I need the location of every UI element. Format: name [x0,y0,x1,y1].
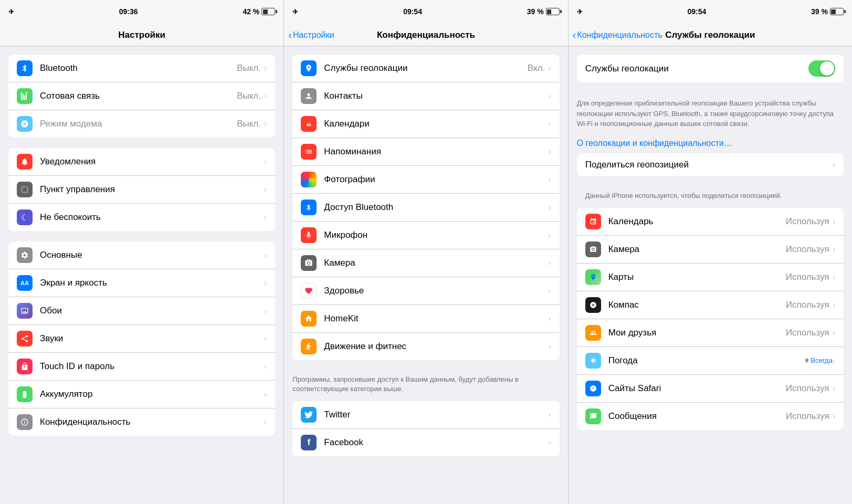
friends-app-icon [585,325,601,341]
tethering-chevron: › [264,119,267,129]
calendar-app-label: Календарь [608,216,786,227]
general-row[interactable]: Основные › [8,242,275,269]
share-location-row[interactable]: Поделиться геопозицией › [577,153,844,176]
wallpaper-icon [17,303,33,319]
airplane-icon-3: ✈ [577,8,583,16]
tethering-row[interactable]: Режим модема Выкл. › [8,110,275,138]
contacts-row[interactable]: Контакты › [292,82,559,110]
camera-app-row[interactable]: Камера Используя › [577,236,844,264]
homekit-row[interactable]: HomeKit › [292,305,559,333]
calendars-row[interactable]: 📅 Календари › [292,110,559,138]
reminders-icon [301,144,317,160]
compass-app-value: Используя [786,300,829,310]
location-row[interactable]: Службы геолокации Вкл. › [292,55,559,82]
safari-app-row[interactable]: Сайты Safari Используя › [577,375,844,403]
tethering-value: Выкл. [237,119,261,129]
calendars-icon: 📅 [301,116,317,132]
notifications-row[interactable]: Уведомления › [8,148,275,176]
location-info-link[interactable]: О геолокации и конфиденциальности… [577,139,732,148]
panel-content-2: Службы геолокации Вкл. › Контакты › [284,46,567,504]
location-apps-wrapper: Календарь Используя › Камера Используя › [569,208,852,449]
cellular-icon [17,88,33,104]
weather-app-row[interactable]: Погода Всегда › [577,347,844,375]
nav-back-2[interactable]: ‹ Настройки [288,29,334,41]
microphone-row[interactable]: Микрофон › [292,222,559,249]
battery-chevron: › [264,390,267,399]
system-group: Основные › AA Экран и яркость › Обои › [8,242,275,436]
location-toggle-row[interactable]: Службы геолокации [577,55,844,82]
motion-chevron: › [548,342,551,351]
sounds-icon [17,331,33,346]
friends-app-row[interactable]: Мои друзья Используя › [577,319,844,347]
cellular-row[interactable]: Сотовая связь Выкл. › [8,82,275,110]
battery-percent-1: 42 % [243,7,259,16]
airplane-icon-2: ✈ [292,8,298,16]
camera-row[interactable]: Камера › [292,249,559,277]
nav-back-3[interactable]: ‹ Конфиденциальность [573,29,662,41]
panel-content-3: Службы геолокации Для определения прибли… [569,46,852,504]
back-chevron-2: ‹ [288,29,292,41]
twitter-icon [301,407,317,423]
bluetooth-sharing-row[interactable]: Доступ Bluetooth › [292,194,559,222]
privacy-row[interactable]: Конфиденциальность › [8,408,275,436]
health-icon [301,283,317,299]
control-center-row[interactable]: Пункт управления › [8,176,275,204]
touchid-label: Touch ID и пароль [40,361,264,372]
wallpaper-chevron: › [264,306,267,316]
battery-icon-2 [546,8,560,15]
calendar-app-value: Используя [786,216,829,227]
nav-bar-1: Настройки [0,23,283,46]
back-label-3: Конфиденциальность [577,30,662,40]
do-not-disturb-row[interactable]: ☾ Не беспокоить › [8,204,275,231]
compass-app-chevron: › [833,300,835,310]
bluetooth-row[interactable]: Bluetooth Выкл. › [8,55,275,82]
location-toggle-switch[interactable] [808,60,835,77]
touchid-row[interactable]: Touch ID и пароль › [8,353,275,381]
do-not-disturb-icon: ☾ [17,209,33,225]
general-chevron: › [264,250,267,260]
battery-row[interactable]: Аккумулятор › [8,381,275,408]
contacts-label: Контакты [324,91,548,101]
calendar-app-row[interactable]: Календарь Используя › [577,208,844,236]
messages-app-chevron: › [833,412,835,421]
location-toggle-group: Службы геолокации [577,55,844,82]
calendars-chevron: › [548,119,551,129]
camera-chevron: › [548,258,551,268]
battery-fill-1 [263,9,268,14]
status-right-3: 39 % [811,7,844,16]
location-apps-group: Календарь Используя › Камера Используя › [577,208,844,430]
status-bars: ✈ 09:36 42 % ✈ 09:54 39 % ✈ 09:54 39 % [0,0,852,23]
camera-icon [301,255,317,271]
motion-row[interactable]: Движение и фитнес › [292,333,559,360]
display-row[interactable]: AA Экран и яркость › [8,269,275,297]
facebook-row[interactable]: f Facebook › [292,429,559,456]
maps-app-row[interactable]: Карты Используя › [577,264,844,291]
do-not-disturb-chevron: › [264,213,267,222]
messages-app-row[interactable]: Сообщения Используя › [577,403,844,430]
control-center-chevron: › [264,185,267,194]
privacy-footer: Программы, запросившие доступ к Вашим да… [284,371,567,401]
privacy-services-group: Службы геолокации Вкл. › Контакты › [292,55,559,360]
airplane-icon-1: ✈ [8,8,14,16]
photos-row[interactable]: Фотографии › [292,166,559,194]
display-chevron: › [264,278,267,288]
twitter-row[interactable]: Twitter › [292,401,559,429]
bluetooth-chevron: › [264,64,267,73]
nav-title-3: Службы геолокации [665,30,755,40]
microphone-icon [301,227,317,243]
share-group-wrapper: Поделиться геопозицией › Данный iPhone и… [569,153,852,208]
share-location-chevron: › [833,160,835,170]
sounds-row[interactable]: Звуки › [8,325,275,353]
panel-content-1: Bluetooth Выкл. › Сотовая связь Выкл. › [0,46,283,504]
health-row[interactable]: Здоровье › [292,277,559,305]
compass-app-row[interactable]: Компас Используя › [577,291,844,319]
share-location-footer: Данный iPhone используется, чтобы подели… [577,187,844,208]
homekit-label: HomeKit [324,313,548,324]
messages-app-icon [585,408,601,424]
panel-location: ‹ Конфиденциальность Службы геолокации С… [569,23,852,504]
microphone-label: Микрофон [324,230,548,240]
control-center-icon [17,182,33,197]
maps-app-chevron: › [833,272,835,282]
wallpaper-row[interactable]: Обои › [8,297,275,325]
reminders-row[interactable]: Напоминания › [292,138,559,166]
